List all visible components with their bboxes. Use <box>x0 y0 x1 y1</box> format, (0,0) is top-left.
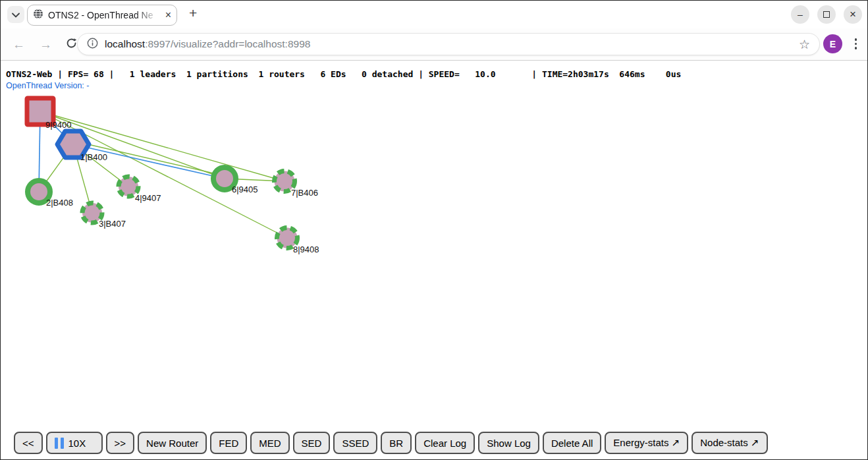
pause-icon <box>55 438 64 449</box>
med-button-label: MED <box>259 438 281 449</box>
menu-button[interactable] <box>855 38 857 49</box>
step-forward-button[interactable]: >> <box>106 432 135 454</box>
topology-canvas[interactable]: 9|94001|B4002|B4083|B4074|94076|94057|B4… <box>1 61 868 460</box>
node-stats-button[interactable]: Node-stats ↗ <box>692 432 767 454</box>
close-tab-icon[interactable]: × <box>165 10 171 20</box>
bookmark-icon[interactable]: ☆ <box>799 37 810 52</box>
energy-stats-button[interactable]: Energy-stats ↗ <box>605 432 688 454</box>
step-forward-button-label: >> <box>115 438 126 449</box>
browser-tab[interactable]: OTNS2 - OpenThread Ne × <box>27 5 177 26</box>
br-button-label: BR <box>389 438 403 449</box>
reload-icon <box>66 38 77 49</box>
maximize-button[interactable] <box>817 5 836 24</box>
node-label-2-B408: 2|B408 <box>46 198 73 208</box>
back-button[interactable]: ← <box>13 38 25 51</box>
reload-button[interactable] <box>66 38 77 51</box>
node-label-3-B407: 3|B407 <box>99 219 126 229</box>
node-label-8-9408: 8|9408 <box>293 244 319 254</box>
clear-log-button-label: Clear Log <box>423 438 466 449</box>
delete-all-button-label: Delete All <box>551 438 593 449</box>
tab-title: OTNS2 - OpenThread Ne <box>48 10 161 20</box>
address-bar[interactable]: localhost:8997/visualize?addr=localhost:… <box>77 33 820 55</box>
ssed-button[interactable]: SSED <box>333 432 377 454</box>
site-info-icon[interactable] <box>87 38 98 51</box>
ssed-button-label: SSED <box>342 438 369 449</box>
chevron-down-icon <box>12 9 20 20</box>
avatar[interactable]: E <box>823 34 842 53</box>
node-stats-button-label: Node-stats ↗ <box>700 437 759 449</box>
show-log-button-label: Show Log <box>487 438 531 449</box>
node-label-6-9405: 6|9405 <box>232 185 258 194</box>
close-window-button[interactable]: × <box>844 5 862 24</box>
step-back-button[interactable]: << <box>14 432 43 454</box>
url-host: localhost <box>105 38 145 49</box>
url-path: :8997/visualize?addr=localhost:8998 <box>145 38 310 49</box>
delete-all-button[interactable]: Delete All <box>543 432 601 454</box>
step-back-button-label: << <box>22 438 34 449</box>
speed-button[interactable]: 10X <box>46 432 103 454</box>
globe-icon <box>33 9 43 22</box>
forward-button[interactable]: → <box>40 38 52 51</box>
page-content: OTNS2-Web | FPS= 68 | 1 leaders 1 partit… <box>1 61 867 460</box>
energy-stats-button-label: Energy-stats ↗ <box>613 437 680 449</box>
new-tab-button[interactable]: + <box>189 6 197 20</box>
speed-button-label: 10X <box>68 438 86 449</box>
url-text: localhost:8997/visualize?addr=localhost:… <box>105 38 310 50</box>
fed-button-label: FED <box>219 438 238 449</box>
browser-toolbar: ← → localhost:8997/visualize?addr=localh… <box>1 28 867 61</box>
close-icon: × <box>850 8 856 21</box>
minimize-button[interactable]: – <box>791 5 809 24</box>
br-button[interactable]: BR <box>381 432 412 454</box>
tab-search-button[interactable] <box>7 6 24 23</box>
simulation-controls: <<10X>>New RouterFEDMEDSEDSSEDBRClear Lo… <box>14 432 768 454</box>
browser-window: OTNS2 - OpenThread Ne × + – × ← → <box>0 0 868 460</box>
fed-button[interactable]: FED <box>210 432 247 454</box>
clear-log-button[interactable]: Clear Log <box>415 432 475 454</box>
node-label-9-9400: 9|9400 <box>45 120 72 130</box>
node-label-4-9407: 4|9407 <box>135 193 161 203</box>
tab-strip: OTNS2 - OpenThread Ne × + – × <box>1 1 867 28</box>
new-router-button[interactable]: New Router <box>138 432 207 454</box>
sed-button-label: SED <box>302 438 322 449</box>
new-router-button-label: New Router <box>146 438 198 449</box>
show-log-button[interactable]: Show Log <box>478 432 539 454</box>
maximize-icon <box>823 11 830 18</box>
sed-button[interactable]: SED <box>293 432 331 454</box>
minimize-icon: – <box>798 9 803 20</box>
node-label-7-B406: 7|B406 <box>291 188 318 198</box>
node-label-1-B400: 1|B400 <box>80 152 107 162</box>
window-controls: – × <box>791 5 862 24</box>
med-button[interactable]: MED <box>250 432 289 454</box>
